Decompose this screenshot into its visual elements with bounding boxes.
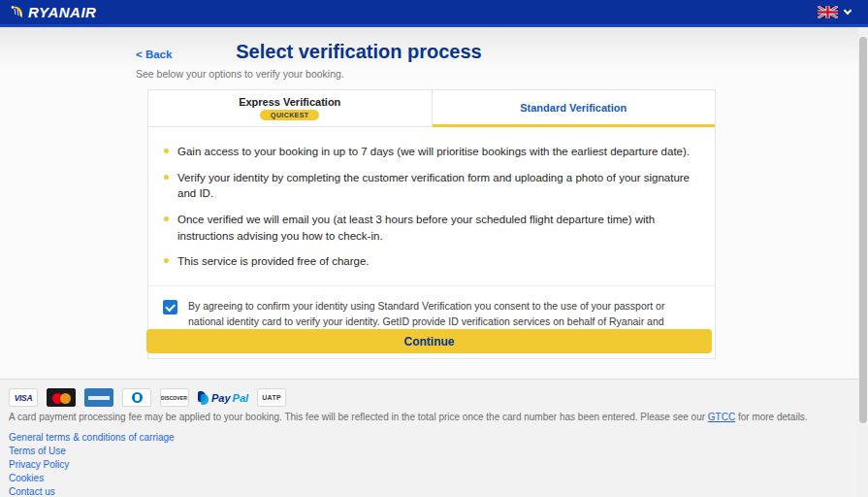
mastercard-icon [47, 388, 76, 407]
footer-link-privacy-policy[interactable]: Privacy Policy [9, 458, 175, 472]
consent-checkbox[interactable] [163, 300, 177, 315]
footer-link-cookies[interactable]: Cookies [9, 472, 175, 485]
scrollbar-thumb[interactable] [859, 37, 867, 423]
top-navbar: RYANAIR [0, 0, 868, 27]
paypal-icon: PayPal [198, 391, 248, 405]
uk-flag-icon [818, 6, 838, 18]
tab-standard-label: Standard Verification [520, 102, 627, 114]
american-express-icon [84, 388, 113, 407]
harp-icon [10, 5, 25, 20]
chevron-down-icon [844, 7, 852, 15]
continue-button[interactable]: Continue [146, 329, 712, 353]
paypal-mark-icon [198, 391, 209, 405]
visa-icon: VISA [9, 388, 38, 407]
card-fee-notice: A card payment processing fee may be app… [9, 412, 808, 422]
standard-verification-details: Gain access to your booking in up to 7 d… [148, 127, 715, 285]
diners-club-icon [122, 388, 151, 407]
page-footer: VISA DISCOVER PayPal UATP A card payment… [0, 379, 868, 497]
accepted-payment-methods: VISA DISCOVER PayPal UATP [9, 388, 286, 407]
footer-link-terms-of-use[interactable]: Terms of Use [9, 445, 175, 458]
footer-link-contact-us[interactable]: Contact us [9, 485, 175, 497]
verification-tabs: Express Verification QUICKEST Standard V… [148, 90, 715, 127]
footer-links: General terms & conditions of carriage T… [9, 431, 175, 497]
fee-notice-text: A card payment processing fee may be app… [9, 412, 708, 422]
quickest-badge: QUICKEST [260, 110, 319, 120]
page-subtitle: See below your options to verify your bo… [136, 68, 344, 80]
gtcc-link[interactable]: GTCC [708, 412, 735, 422]
bullet-item: This service is provided free of charge. [177, 253, 699, 270]
language-selector[interactable] [818, 6, 851, 18]
ryanair-logo[interactable]: RYANAIR [10, 4, 96, 20]
discover-icon: DISCOVER [160, 388, 189, 407]
verification-panel: Express Verification QUICKEST Standard V… [147, 89, 716, 359]
fee-notice-suffix: for more details. [735, 412, 807, 422]
tab-express-verification[interactable]: Express Verification QUICKEST [148, 90, 433, 127]
footer-link-general-terms[interactable]: General terms & conditions of carriage [9, 431, 175, 445]
brand-name: RYANAIR [28, 4, 96, 20]
bullet-item: Gain access to your booking in up to 7 d… [177, 144, 699, 160]
tab-express-label: Express Verification [239, 96, 340, 108]
page-title: Select verification process [0, 41, 718, 63]
main-content: < Back Select verification process See b… [0, 27, 868, 379]
uatp-icon: UATP [257, 388, 286, 407]
page-scrollbar[interactable] [858, 27, 868, 497]
bullet-item: Once verified we will email you (at leas… [177, 212, 699, 244]
tab-standard-verification[interactable]: Standard Verification [433, 90, 716, 127]
bullet-item: Verify your identity by completing the c… [177, 170, 699, 202]
